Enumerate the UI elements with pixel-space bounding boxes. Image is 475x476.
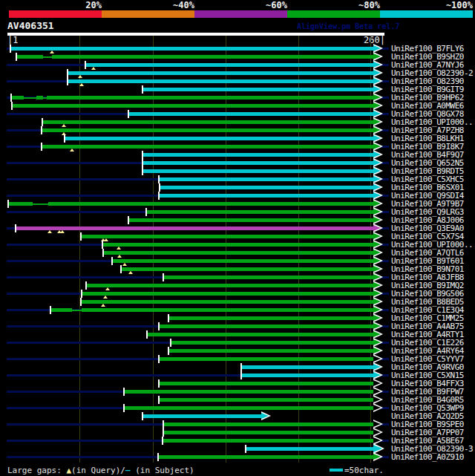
subject-arrow-fill <box>373 380 381 386</box>
scale-label: 20% <box>50 1 102 10</box>
alignment-start-tick <box>142 85 143 94</box>
alignment-bar[interactable] <box>82 292 373 296</box>
alignment-start-tick <box>145 208 147 216</box>
alignment-bar[interactable] <box>48 202 373 206</box>
query-gap-triangle-icon <box>117 247 121 250</box>
subject-arrow-fill <box>373 62 381 68</box>
alignment-bar[interactable] <box>68 79 373 83</box>
alignment-bar[interactable] <box>159 357 373 361</box>
query-gap-triangle-icon <box>101 304 105 307</box>
query-id: AV406351 <box>7 20 54 31</box>
legend-prefix: Large gaps: <box>7 466 66 475</box>
alignment-bar[interactable] <box>124 406 373 410</box>
alignment-bar[interactable] <box>159 398 373 402</box>
query-gap-triangle-icon <box>62 124 66 127</box>
alignment-bar[interactable] <box>124 390 373 394</box>
alignment-bar[interactable] <box>171 341 373 345</box>
subject-arrow-fill <box>373 168 381 174</box>
alignment-bar[interactable] <box>50 308 72 312</box>
alignment-bar[interactable] <box>163 439 373 443</box>
alignment-bar[interactable] <box>142 88 373 91</box>
query-gap-triangle-icon <box>105 287 110 290</box>
alignment-bar[interactable] <box>241 365 373 369</box>
alignment-bar[interactable] <box>147 333 373 336</box>
alignment-bar[interactable] <box>81 235 373 238</box>
alignment-bar[interactable] <box>85 63 373 67</box>
subject-arrow-fill <box>373 86 381 92</box>
alignment-bar[interactable] <box>65 137 373 140</box>
alignment-bar[interactable] <box>82 308 373 312</box>
alignment-bar[interactable] <box>42 145 373 149</box>
alignment-start-tick <box>15 224 16 232</box>
alignment-bar[interactable] <box>160 186 373 189</box>
subject-arrow-fill <box>373 143 381 149</box>
alignment-bar[interactable] <box>16 55 43 59</box>
alignment-bar[interactable] <box>112 259 373 263</box>
alignment-bar[interactable] <box>158 455 373 459</box>
alignment-bar[interactable] <box>159 194 373 198</box>
subject-arrow-fill <box>373 454 381 460</box>
subject-arrow-fill <box>373 282 381 288</box>
alignment-bar[interactable] <box>42 120 373 124</box>
subject-arrow-fill <box>373 421 381 427</box>
alignment-bar[interactable] <box>142 161 373 165</box>
alignment-bar[interactable] <box>47 96 373 100</box>
alignment-start-tick <box>10 45 11 53</box>
alignment-start-tick <box>142 159 143 167</box>
alignment-bar[interactable] <box>246 447 373 451</box>
alignment-bar[interactable] <box>146 210 373 214</box>
alignment-bar[interactable] <box>128 112 373 116</box>
subject-arrow-fill <box>373 200 381 206</box>
alignment-bar[interactable] <box>36 96 43 100</box>
alignment-start-tick <box>158 396 160 404</box>
alignment-start-tick <box>163 420 164 428</box>
alignment-bar[interactable] <box>16 226 373 230</box>
alignment-bar[interactable] <box>68 71 373 75</box>
query-gap-triangle-icon <box>103 296 108 299</box>
alignment-bar[interactable] <box>128 218 373 222</box>
alignment-bar[interactable] <box>142 414 261 418</box>
subject-arrow-fill <box>373 348 381 353</box>
alignment-bar[interactable] <box>142 153 373 157</box>
alignment-bar[interactable] <box>159 177 373 181</box>
query-gap-triangle-icon <box>91 67 96 70</box>
scale-ruler-label: =50char. <box>344 466 384 475</box>
query-gap-triangle-icon <box>78 75 82 78</box>
alignment-bar[interactable] <box>8 202 33 206</box>
alignment-bar[interactable] <box>102 243 373 247</box>
alignment-bar[interactable] <box>52 55 373 59</box>
alignment-bar[interactable] <box>86 284 373 287</box>
alignment-bar[interactable] <box>168 316 373 320</box>
subject-arrow-fill <box>373 397 381 402</box>
alignment-bar[interactable] <box>168 349 373 353</box>
alignment-bar[interactable] <box>81 300 373 304</box>
alignment-bar[interactable] <box>10 47 373 50</box>
gap-subject-dash-icon: – <box>125 466 131 475</box>
alignment-start-tick <box>81 290 82 298</box>
alignment-bar[interactable] <box>11 96 24 100</box>
alignment-bar[interactable] <box>121 267 373 271</box>
alignment-bar[interactable] <box>159 325 373 328</box>
subject-arrow-fill <box>373 364 381 370</box>
subject-arrow-fill <box>373 160 381 166</box>
alignment-start-tick <box>67 69 68 77</box>
alignment-bar[interactable] <box>103 251 373 255</box>
alignment-bar[interactable] <box>12 104 373 108</box>
alignment-bar[interactable] <box>241 374 373 377</box>
alignment-start-tick <box>163 428 164 437</box>
alignment-bar[interactable] <box>159 382 373 385</box>
subject-arrow-fill <box>373 119 381 125</box>
alignment-start-tick <box>163 273 164 281</box>
subject-arrow-fill <box>373 437 381 443</box>
alignment-bar[interactable] <box>142 169 373 173</box>
alignment-bar[interactable] <box>42 128 373 132</box>
alignment-bar[interactable] <box>163 431 373 434</box>
alignment-start-tick <box>158 322 160 330</box>
subject-arrow-fill <box>373 356 381 362</box>
subject-arrow-fill <box>373 339 381 345</box>
alignment-bar[interactable] <box>163 423 373 426</box>
alignment-start-tick <box>159 183 160 192</box>
row-label[interactable]: UniRef100_A0Z910 <box>391 453 464 461</box>
subject-arrow-fill <box>373 372 381 378</box>
alignment-bar[interactable] <box>163 276 373 279</box>
